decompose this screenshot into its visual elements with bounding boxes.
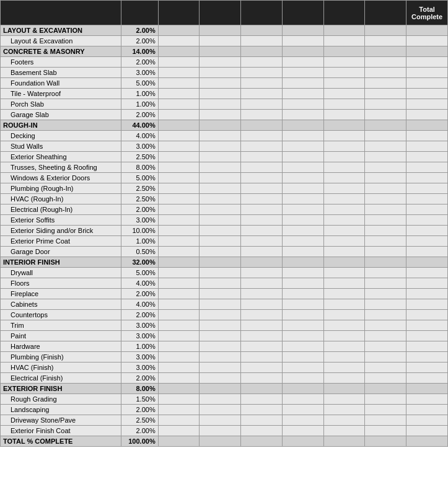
draw-cell [158, 46, 200, 57]
draw-cell [365, 320, 406, 331]
draw-cell [158, 352, 200, 363]
header-label-col [1, 1, 121, 25]
draw-cell [282, 46, 323, 57]
draw-cell [365, 141, 406, 152]
draw-cell [365, 426, 406, 436]
draw-cell [282, 394, 323, 405]
draw-cell [158, 78, 200, 89]
item-label: Decking [1, 131, 121, 141]
draw-cell [241, 289, 283, 299]
draw-cell [365, 36, 406, 46]
draw-cell [282, 131, 323, 141]
draw-cell [200, 110, 241, 120]
item-pct: 5.00% [121, 268, 159, 278]
draw-cell [200, 120, 241, 131]
draw-cell [323, 25, 365, 36]
item-pct: 2.00% [121, 36, 159, 46]
item-pct: 2.00% [121, 373, 159, 384]
draw-cell [365, 131, 406, 141]
draw-cell [282, 99, 323, 110]
draw-cell [158, 215, 200, 226]
draw-cell [241, 226, 283, 236]
header-6th [365, 1, 406, 25]
draw-cell [200, 341, 241, 352]
item-label: Drywall [1, 268, 121, 278]
draw-cell [200, 183, 241, 194]
draw-cell [158, 89, 200, 99]
draw-cell [406, 215, 448, 226]
draw-cell [365, 194, 406, 204]
draw-cell [200, 320, 241, 331]
draw-cell [323, 110, 365, 120]
draw-cell [365, 120, 406, 131]
draw-cell [158, 394, 200, 405]
item-label: Plumbing (Finish) [1, 352, 121, 363]
draw-cell [282, 373, 323, 384]
draw-cell [406, 363, 448, 373]
draw-cell [200, 436, 241, 447]
draw-cell [241, 415, 283, 426]
draw-cell [241, 436, 283, 447]
item-label: Exterior Finish Coat [1, 426, 121, 436]
draw-cell [282, 57, 323, 68]
draw-cell [200, 289, 241, 299]
item-pct: 3.00% [121, 320, 159, 331]
draw-cell [200, 331, 241, 341]
item-label: Footers [1, 57, 121, 68]
table-row: Fireplace 2.00% [1, 289, 448, 299]
draw-cell [365, 57, 406, 68]
draw-cell [365, 68, 406, 78]
draw-cell [241, 310, 283, 320]
item-label: Fireplace [1, 289, 121, 299]
draw-cell [200, 373, 241, 384]
draw-cell [282, 310, 323, 320]
draw-cell [158, 247, 200, 257]
draw-cell [282, 320, 323, 331]
draw-cell [406, 46, 448, 57]
draw-cell [282, 415, 323, 426]
draw-cell [200, 415, 241, 426]
draw-cell [323, 99, 365, 110]
table-row: Tile - Waterproof 1.00% [1, 89, 448, 99]
draw-cell [241, 215, 283, 226]
draw-cell [406, 152, 448, 162]
item-pct: 1.00% [121, 341, 159, 352]
table-row: Electrical (Rough-In) 2.00% [1, 204, 448, 215]
draw-cell [365, 173, 406, 183]
draw-cell [158, 110, 200, 120]
draw-cell [200, 310, 241, 320]
item-pct: 3.00% [121, 352, 159, 363]
draw-cell [158, 68, 200, 78]
draw-cell [406, 289, 448, 299]
draw-cell [282, 436, 323, 447]
draw-cell [365, 299, 406, 310]
draw-cell [323, 310, 365, 320]
draw-cell [158, 341, 200, 352]
category-label: INTERIOR FINISH [1, 257, 121, 268]
draw-cell [406, 394, 448, 405]
table-row: Plumbing (Finish) 3.00% [1, 352, 448, 363]
draw-cell [200, 131, 241, 141]
item-pct: 2.00% [121, 405, 159, 415]
draw-cell [365, 278, 406, 289]
draw-cell [241, 363, 283, 373]
draw-cell [282, 289, 323, 299]
draw-cell [323, 426, 365, 436]
draw-cell [241, 257, 283, 268]
draw-cell [158, 204, 200, 215]
draw-cell [323, 141, 365, 152]
draw-cell [200, 257, 241, 268]
draw-cell [406, 299, 448, 310]
draw-cell [406, 89, 448, 99]
draw-cell [241, 352, 283, 363]
item-pct: 2.00% [121, 57, 159, 68]
header-5th [323, 1, 365, 25]
draw-cell [406, 78, 448, 89]
draw-cell [365, 331, 406, 341]
draw-cell [200, 25, 241, 36]
draw-cell [365, 183, 406, 194]
draw-cell [406, 183, 448, 194]
draw-cell [241, 36, 283, 46]
table-row: Landscaping 2.00% [1, 405, 448, 415]
draw-cell [406, 247, 448, 257]
